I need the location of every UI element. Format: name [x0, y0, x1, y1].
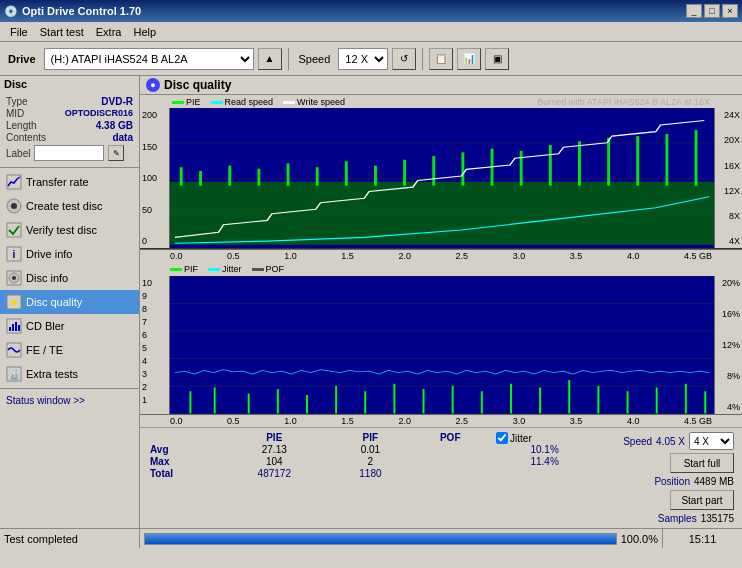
- pie-avg: 27.13: [222, 444, 332, 456]
- pof-header: POF: [414, 432, 492, 444]
- svg-rect-32: [345, 161, 348, 185]
- jitter-avg: 10.1%: [492, 444, 603, 456]
- speed-info: Speed 4.05 X 4 X Start full Position 448…: [623, 432, 734, 524]
- toolbar-eject-btn[interactable]: ▲: [258, 48, 282, 70]
- menu-help[interactable]: Help: [127, 25, 162, 39]
- jitter-header: Jitter: [510, 433, 532, 444]
- svg-rect-67: [627, 392, 629, 414]
- total-label: Total: [148, 468, 222, 480]
- nav-cd-bler[interactable]: CD Bler: [0, 314, 139, 338]
- toolbar: Drive (H:) ATAPI iHAS524 B AL2A ▲ Speed …: [0, 42, 742, 76]
- svg-rect-69: [685, 384, 687, 414]
- close-btn[interactable]: ×: [722, 4, 738, 18]
- svg-rect-35: [432, 156, 435, 186]
- quality-header: ● Disc quality: [140, 76, 742, 95]
- status-window-btn[interactable]: Status window >>: [0, 391, 139, 410]
- svg-rect-34: [403, 160, 406, 186]
- svg-rect-63: [510, 384, 512, 414]
- status-left: Test completed: [0, 529, 140, 548]
- speed-select[interactable]: 12 X: [338, 48, 388, 70]
- speed-select-stat[interactable]: 4 X: [689, 432, 734, 450]
- nav-verify-test[interactable]: Verify test disc: [0, 218, 139, 242]
- svg-rect-61: [452, 386, 454, 414]
- legend-lower: PIF Jitter POF: [140, 262, 742, 276]
- menu-file[interactable]: File: [4, 25, 34, 39]
- svg-point-8: [12, 276, 16, 280]
- drive-label: Drive: [4, 53, 40, 65]
- speed-label: Speed: [295, 53, 335, 65]
- svg-rect-42: [636, 136, 639, 186]
- svg-rect-56: [306, 395, 308, 414]
- lower-chart: 10 9 8 7 6 5 4 3 2 1 20% 16% 12% 8% 4%: [140, 276, 742, 414]
- toolbar-refresh-btn[interactable]: ↺: [392, 48, 416, 70]
- svg-rect-52: [189, 392, 191, 414]
- pif-header: PIF: [332, 432, 414, 444]
- samples-value: 135175: [701, 513, 734, 524]
- svg-rect-38: [520, 151, 523, 186]
- svg-rect-33: [374, 166, 377, 186]
- status-progress: 100.0%: [140, 529, 662, 548]
- avg-label: Avg: [148, 444, 222, 456]
- svg-rect-64: [539, 388, 541, 414]
- nav-drive-info[interactable]: i Drive info: [0, 242, 139, 266]
- toolbar-btn2[interactable]: 📊: [457, 48, 481, 70]
- svg-rect-15: [18, 325, 20, 331]
- menu-bar: File Start test Extra Help: [0, 22, 742, 42]
- x-axis-upper: 0.0 0.5 1.0 1.5 2.0 2.5 3.0 3.5 4.0 4.5 …: [140, 249, 742, 262]
- svg-text:🔬: 🔬: [9, 369, 21, 381]
- svg-rect-39: [549, 145, 552, 186]
- svg-rect-12: [9, 327, 11, 331]
- disc-contents-label: Contents: [6, 132, 46, 143]
- toolbar-btn1[interactable]: 📋: [429, 48, 453, 70]
- disc-label-btn[interactable]: ✎: [108, 145, 124, 161]
- svg-rect-36: [461, 152, 464, 185]
- pof-max: [414, 456, 492, 468]
- disc-length-value: 4.38 GB: [96, 120, 133, 131]
- nav-disc-info[interactable]: Disc info: [0, 266, 139, 290]
- nav-transfer-rate[interactable]: Transfer rate: [0, 170, 139, 194]
- svg-rect-70: [704, 392, 706, 414]
- minimize-btn[interactable]: _: [686, 4, 702, 18]
- svg-rect-30: [287, 163, 290, 185]
- svg-rect-66: [597, 386, 599, 414]
- start-full-btn[interactable]: Start full: [670, 453, 734, 473]
- svg-rect-44: [695, 130, 698, 185]
- stats-section: PIE PIF POF Jitter Avg 27.13 0.01: [140, 427, 742, 528]
- svg-rect-40: [578, 141, 581, 185]
- menu-start-test[interactable]: Start test: [34, 25, 90, 39]
- disc-mid-label: MID: [6, 108, 24, 119]
- svg-rect-28: [228, 166, 231, 186]
- disc-mid-value: OPTODISCR016: [65, 108, 133, 119]
- svg-rect-58: [364, 392, 366, 414]
- svg-rect-65: [568, 381, 570, 414]
- svg-rect-43: [665, 134, 668, 186]
- start-part-btn[interactable]: Start part: [670, 490, 734, 510]
- svg-text:i: i: [13, 249, 16, 260]
- drive-select[interactable]: (H:) ATAPI iHAS524 B AL2A: [44, 48, 254, 70]
- disc-type-label: Type: [6, 96, 28, 107]
- pof-total: [414, 468, 492, 480]
- nav-extra-tests[interactable]: 🔬 Extra tests: [0, 362, 139, 386]
- maximize-btn[interactable]: □: [704, 4, 720, 18]
- toolbar-btn3[interactable]: ▣: [485, 48, 509, 70]
- nav-fe-te[interactable]: FE / TE: [0, 338, 139, 362]
- nav-create-test[interactable]: Create test disc: [0, 194, 139, 218]
- jitter-checkbox[interactable]: [496, 432, 508, 444]
- menu-extra[interactable]: Extra: [90, 25, 128, 39]
- nav-disc-quality[interactable]: ★ Disc quality: [0, 290, 139, 314]
- status-time: 15:11: [662, 529, 742, 548]
- progress-percent: 100.0%: [621, 533, 658, 545]
- svg-rect-59: [393, 384, 395, 414]
- quality-icon: ●: [146, 78, 160, 92]
- svg-rect-31: [316, 167, 319, 185]
- disc-label-input[interactable]: [34, 145, 104, 161]
- speed-value-stat: 4.05 X: [656, 436, 685, 447]
- svg-rect-41: [607, 138, 610, 186]
- jitter-total: [492, 468, 603, 480]
- svg-rect-14: [15, 322, 17, 331]
- speed-label-stat: Speed: [623, 436, 652, 447]
- position-label: Position: [654, 476, 690, 487]
- svg-rect-55: [277, 389, 279, 414]
- pof-avg: [414, 444, 492, 456]
- pie-total: 487172: [222, 468, 332, 480]
